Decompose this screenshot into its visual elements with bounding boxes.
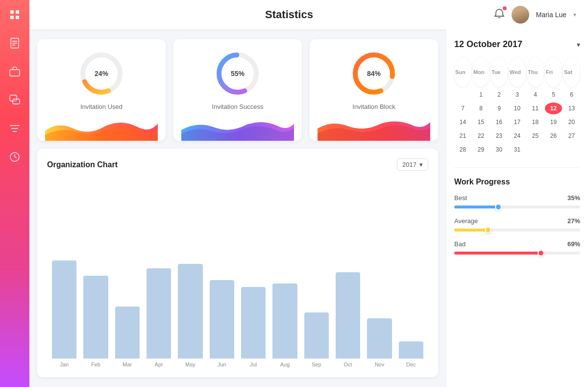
bar-wrapper-apr: Apr	[147, 268, 171, 367]
body-area: 24% Invitation Used	[29, 29, 588, 387]
bar-may	[178, 264, 202, 359]
cal-cell[interactable]: 16	[490, 116, 508, 128]
work-progress-section: Work Progress Best35%Average27%Bad69%	[454, 178, 580, 263]
bar-jun	[210, 280, 234, 359]
cal-cell[interactable]: 23	[490, 130, 508, 142]
avatar[interactable]	[512, 6, 529, 24]
cal-header-sat: Sat	[563, 57, 580, 87]
main-content: Statistics Maria Lue ▾	[29, 0, 588, 387]
progress-fill	[454, 252, 541, 255]
cal-cell[interactable]: 10	[509, 103, 526, 114]
bar-nov	[367, 318, 392, 359]
filter-icon[interactable]	[8, 122, 22, 135]
cal-cell	[563, 144, 580, 155]
svg-rect-0	[10, 10, 14, 14]
cal-cell	[454, 89, 471, 101]
briefcase-icon[interactable]	[8, 65, 22, 78]
bar-label: Jul	[250, 361, 257, 367]
cal-cell[interactable]: 2	[490, 89, 508, 101]
cal-cell[interactable]: 25	[527, 130, 544, 142]
progress-item-average: Average27%	[454, 217, 580, 232]
sidebar	[0, 0, 29, 387]
bar-apr	[147, 268, 171, 359]
user-menu-chevron[interactable]: ▾	[573, 11, 576, 18]
progress-track[interactable]	[454, 206, 580, 208]
bar-wrapper-jan: Jan	[52, 260, 76, 367]
cal-cell[interactable]: 11	[527, 103, 544, 114]
cal-cell[interactable]: 30	[490, 144, 508, 155]
bar-label: May	[185, 361, 196, 367]
cal-header-mon: Mon	[472, 57, 490, 87]
progress-thumb[interactable]	[495, 204, 502, 210]
cal-cell[interactable]: 1	[472, 89, 490, 101]
cal-cell[interactable]: 12	[545, 103, 562, 114]
year-select[interactable]: 2017 ▾	[397, 158, 428, 171]
progress-pct-average: 27%	[567, 217, 580, 225]
progress-track[interactable]	[454, 252, 580, 255]
grid-icon[interactable]	[8, 8, 22, 22]
stat-card-invitation-used: 24% Invitation Used	[37, 39, 166, 141]
cal-cell[interactable]: 26	[545, 130, 562, 142]
progress-pct-bad: 69%	[567, 240, 580, 248]
bars-container: JanFebMarAprMayJunJulAugSepOctNovDec	[47, 181, 428, 367]
bar-wrapper-oct: Oct	[336, 272, 360, 367]
calendar-week-3: 21222324252627	[454, 130, 580, 142]
progress-thumb[interactable]	[538, 250, 544, 257]
cal-cell[interactable]: 18	[527, 116, 544, 128]
cal-cell[interactable]: 21	[454, 130, 471, 142]
notification-bell[interactable]	[494, 8, 505, 22]
progress-fill	[454, 206, 498, 208]
cal-cell[interactable]: 5	[545, 89, 562, 101]
calendar-day-headers: SunMonTueWedThuFriSat	[454, 57, 580, 87]
calendar-header: 12 October 2017 ▾	[454, 39, 580, 50]
bar-label: Oct	[344, 361, 352, 367]
year-chevron-icon: ▾	[419, 161, 423, 168]
bar-wrapper-may: May	[178, 264, 202, 367]
cal-cell[interactable]: 17	[509, 116, 526, 128]
cal-cell[interactable]: 19	[545, 116, 562, 128]
cal-cell[interactable]: 13	[563, 103, 580, 114]
bar-dec	[399, 341, 423, 359]
cal-cell[interactable]: 24	[509, 130, 526, 142]
cal-cell[interactable]: 28	[454, 144, 471, 155]
cal-cell[interactable]: 7	[454, 103, 471, 114]
cal-cell[interactable]: 9	[490, 103, 508, 114]
clock-icon[interactable]	[8, 150, 22, 164]
cal-cell[interactable]: 4	[527, 89, 544, 101]
chat-icon[interactable]	[8, 93, 22, 107]
cal-cell[interactable]: 29	[472, 144, 490, 155]
cal-cell[interactable]: 15	[472, 116, 490, 128]
cal-cell[interactable]: 22	[472, 130, 490, 142]
document-icon[interactable]	[8, 36, 22, 50]
bar-wrapper-nov: Nov	[367, 318, 392, 367]
cal-cell[interactable]: 8	[472, 103, 490, 114]
svg-rect-3	[16, 16, 19, 19]
bar-feb	[83, 276, 108, 359]
calendar-expand-chevron[interactable]: ▾	[577, 41, 580, 49]
progress-items: Best35%Average27%Bad69%	[454, 194, 580, 255]
progress-thumb[interactable]	[485, 227, 491, 233]
bar-wrapper-dec: Dec	[399, 341, 423, 367]
cal-cell[interactable]: 3	[509, 89, 526, 101]
cal-cell[interactable]: 20	[563, 116, 580, 128]
progress-fill	[454, 229, 488, 232]
header: Statistics Maria Lue ▾	[29, 0, 588, 29]
svg-line-16	[15, 157, 17, 158]
divider	[454, 167, 580, 168]
bar-label: Nov	[375, 361, 385, 367]
card-title-2: Invitation Success	[212, 103, 264, 110]
bar-label: Feb	[91, 361, 100, 367]
progress-track[interactable]	[454, 229, 580, 232]
svg-rect-2	[10, 16, 14, 19]
donut-invitation-block: 84%	[349, 49, 398, 98]
bar-wrapper-mar: Mar	[115, 307, 140, 367]
cal-cell[interactable]: 14	[454, 116, 471, 128]
right-panel: 12 October 2017 ▾ SunMonTueWedThuFriSat1…	[446, 29, 588, 387]
calendar-week-0: 123456	[454, 89, 580, 101]
bar-oct	[336, 272, 360, 359]
cal-cell[interactable]: 31	[509, 144, 526, 155]
cal-cell[interactable]: 6	[563, 89, 580, 101]
bar-label: Apr	[155, 361, 163, 367]
cal-header-wed: Wed	[509, 57, 526, 87]
cal-cell[interactable]: 27	[563, 130, 580, 142]
